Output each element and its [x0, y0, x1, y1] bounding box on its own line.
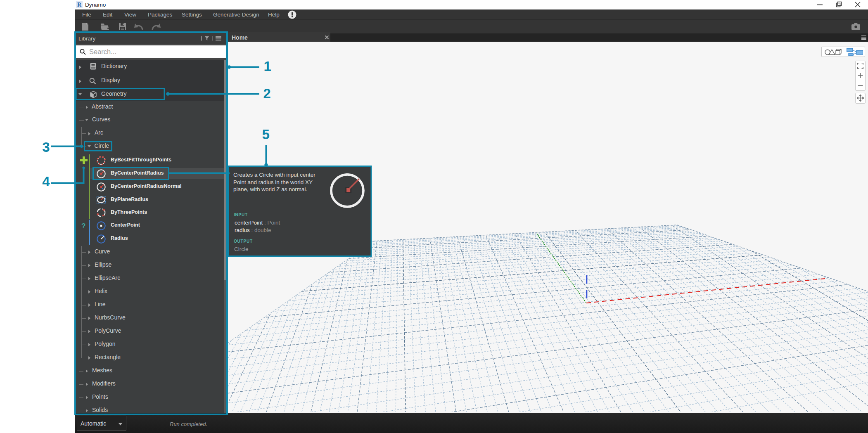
svg-text:R: R — [77, 2, 82, 8]
svg-text:3: 3 — [42, 140, 50, 155]
svg-text:4: 4 — [42, 174, 50, 189]
